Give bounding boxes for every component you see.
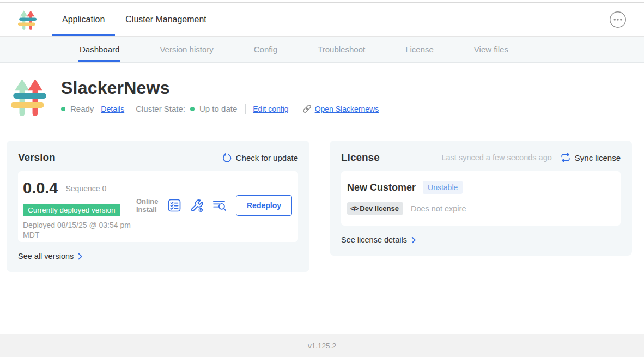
more-menu-button[interactable] xyxy=(609,11,627,28)
open-app-link-wrap[interactable]: Open Slackernews xyxy=(302,104,379,114)
app-subnav: DashboardVersion historyConfigTroublesho… xyxy=(0,37,644,63)
console-footer: v1.125.2 xyxy=(0,334,644,357)
chevron-right-icon xyxy=(411,237,416,244)
version-sequence: Sequence 0 xyxy=(66,184,107,193)
app-logo-icon xyxy=(18,9,37,31)
dev-license-tag: </> Dev license xyxy=(347,202,403,215)
see-all-versions-link[interactable]: See all versions xyxy=(18,252,83,261)
version-card-title: Version xyxy=(18,152,56,164)
subnav-item-dashboard[interactable]: Dashboard xyxy=(80,37,119,62)
details-link[interactable]: Details xyxy=(101,105,124,113)
subnav-item-troubleshoot[interactable]: Troubleshoot xyxy=(318,37,365,62)
subnav-item-config[interactable]: Config xyxy=(254,37,277,62)
cluster-status-dot xyxy=(190,107,195,111)
deployed-timestamp: Deployed 08/15/25 @ 03:54 pm MDT xyxy=(23,221,135,240)
ellipsis-icon xyxy=(609,11,627,28)
app-status-label: Ready xyxy=(70,104,94,113)
subnav-item-license[interactable]: License xyxy=(405,37,434,62)
code-icon: </> xyxy=(350,205,358,213)
last-synced-label: Last synced a few seconds ago xyxy=(441,153,551,162)
current-version-panel: 0.0.4 Sequence 0 Currently deployed vers… xyxy=(18,171,298,242)
license-card: License Last synced a few seconds ago Sy… xyxy=(330,141,632,256)
deployed-badge: Currently deployed version xyxy=(23,204,120,216)
install-type-label: Online Install xyxy=(136,197,162,214)
license-panel: New Customer Unstable </> Dev license Do… xyxy=(341,171,621,226)
top-nav-bar: ApplicationCluster Management xyxy=(0,3,644,37)
top-tab-application[interactable]: Application xyxy=(52,3,115,36)
deploy-logs-icon[interactable] xyxy=(212,199,227,212)
sync-icon xyxy=(560,152,571,163)
sync-license-link[interactable]: Sync license xyxy=(560,152,621,163)
subnav-item-version-history[interactable]: Version history xyxy=(160,37,213,62)
divider xyxy=(245,104,246,114)
cluster-state-label: Cluster State: xyxy=(136,104,185,113)
chain-link-icon xyxy=(302,104,312,114)
app-logo-large xyxy=(11,72,46,123)
page-title: SlackerNews xyxy=(61,78,379,98)
channel-badge: Unstable xyxy=(423,181,463,194)
app-status-row: Ready Details Cluster State: Up to date … xyxy=(61,104,379,114)
check-for-update-link[interactable]: Check for update xyxy=(222,153,298,163)
dashboard-main: SlackerNews Ready Details Cluster State:… xyxy=(0,63,644,272)
refresh-icon xyxy=(222,153,232,163)
edit-config-link[interactable]: Edit config xyxy=(253,105,288,113)
top-tabs: ApplicationCluster Management xyxy=(52,3,217,36)
see-license-details-link[interactable]: See license details xyxy=(341,235,416,244)
preflight-checklist-icon[interactable] xyxy=(168,199,181,212)
app-header: SlackerNews Ready Details Cluster State:… xyxy=(0,63,644,123)
license-expiry: Does not expire xyxy=(411,204,466,213)
console-version: v1.125.2 xyxy=(308,342,336,350)
subnav-item-view-files[interactable]: View files xyxy=(474,37,508,62)
app-status-dot xyxy=(61,107,65,111)
version-number: 0.0.4 xyxy=(23,179,58,197)
version-card: Version Check for update 0.0.4 Sequence … xyxy=(7,141,309,272)
config-wrench-icon[interactable] xyxy=(190,199,204,213)
open-app-link[interactable]: Open Slackernews xyxy=(315,105,379,113)
customer-name: New Customer xyxy=(347,182,416,193)
cluster-state-value: Up to date xyxy=(199,104,237,113)
chevron-right-icon xyxy=(78,253,83,260)
license-card-title: License xyxy=(341,152,380,164)
top-tab-cluster-management[interactable]: Cluster Management xyxy=(115,3,217,36)
redeploy-button[interactable]: Redeploy xyxy=(236,195,292,216)
